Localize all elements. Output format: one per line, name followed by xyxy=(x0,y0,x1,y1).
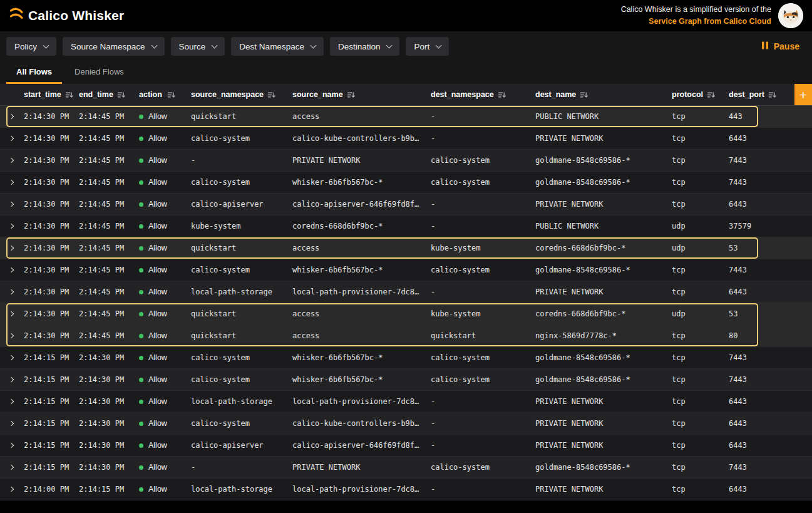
expand-cell[interactable] xyxy=(0,325,23,346)
sort-icon[interactable] xyxy=(65,91,73,99)
expand-cell[interactable] xyxy=(0,435,23,456)
chevron-right-icon[interactable] xyxy=(9,311,14,316)
tab-all-flows[interactable]: All Flows xyxy=(6,61,62,84)
expand-cell[interactable] xyxy=(0,369,23,390)
expand-cell[interactable] xyxy=(0,303,23,324)
chevron-right-icon[interactable] xyxy=(9,224,14,229)
cell-dest-port: 7443 xyxy=(727,457,789,478)
cell-dest-port: 443 xyxy=(727,106,789,127)
tab-denied-flows[interactable]: Denied Flows xyxy=(64,61,134,84)
table-row[interactable]: 2:14:15 PM 2:14:30 PM Allow calico-syste… xyxy=(0,347,812,369)
cell-end-time: 2:14:30 PM xyxy=(78,391,131,412)
filter-button-destination[interactable]: Destination xyxy=(330,37,400,56)
cell-dest-name: coredns-668d6bf9bc-* xyxy=(534,237,671,259)
expand-cell[interactable] xyxy=(0,150,23,171)
expand-cell[interactable] xyxy=(0,479,23,500)
table-row[interactable]: 2:14:15 PM 2:14:30 PM Allow calico-syste… xyxy=(0,369,812,391)
chevron-right-icon[interactable] xyxy=(9,487,14,492)
column-header-action[interactable]: action xyxy=(131,84,190,105)
service-graph-link[interactable]: Service Graph from Calico Cloud xyxy=(621,16,771,28)
sort-icon[interactable] xyxy=(768,91,776,99)
expand-cell[interactable] xyxy=(0,237,23,259)
chevron-right-icon[interactable] xyxy=(9,202,14,207)
chevron-right-icon[interactable] xyxy=(9,355,14,360)
sort-icon[interactable] xyxy=(347,91,355,99)
cell-source-name: access xyxy=(291,106,429,127)
chevron-right-icon[interactable] xyxy=(9,377,14,382)
table-row[interactable]: 2:14:15 PM 2:14:30 PM Allow local-path-s… xyxy=(0,391,812,413)
chevron-right-icon[interactable] xyxy=(9,333,14,338)
expand-cell[interactable] xyxy=(0,347,23,368)
sort-icon[interactable] xyxy=(580,91,588,99)
column-header-source_namespace[interactable]: source_namespace xyxy=(190,84,291,105)
expand-cell[interactable] xyxy=(0,194,23,215)
cell-end-time: 2:14:45 PM xyxy=(78,281,131,303)
sort-icon[interactable] xyxy=(707,91,715,99)
table-row[interactable]: 2:14:30 PM 2:14:45 PM Allow calico-syste… xyxy=(0,128,812,150)
table-row[interactable]: 2:14:30 PM 2:14:45 PM Allow calico-apise… xyxy=(0,194,812,215)
table-row[interactable]: 2:14:30 PM 2:14:45 PM Allow calico-syste… xyxy=(0,172,812,194)
column-header-dest_namespace[interactable]: dest_namespace xyxy=(429,84,534,105)
expand-cell[interactable] xyxy=(0,172,23,193)
cell-source-name: calico-kube-controllers-b9b… xyxy=(291,413,429,434)
chevron-right-icon[interactable] xyxy=(9,158,14,163)
table-row[interactable]: 2:14:15 PM 2:14:30 PM Allow - PRIVATE NE… xyxy=(0,457,812,479)
filter-button-dest-namespace[interactable]: Dest Namespace xyxy=(231,37,324,56)
expand-cell[interactable] xyxy=(0,413,23,434)
table-row[interactable]: 2:14:30 PM 2:14:45 PM Allow calico-syste… xyxy=(0,259,812,281)
cell-dest-port: 6443 xyxy=(727,128,789,149)
column-header-dest_name[interactable]: dest_name xyxy=(534,84,671,105)
chevron-right-icon[interactable] xyxy=(9,421,14,426)
chevron-right-icon[interactable] xyxy=(9,289,14,294)
add-filter-button[interactable]: + xyxy=(794,84,812,105)
table-row[interactable]: 2:14:30 PM 2:14:45 PM Allow local-path-s… xyxy=(0,281,812,303)
table-row[interactable]: 2:14:30 PM 2:14:45 PM Allow - PRIVATE NE… xyxy=(0,150,812,172)
filter-button-source-namespace[interactable]: Source Namespace xyxy=(63,37,165,56)
sort-icon[interactable] xyxy=(167,91,175,99)
table-row[interactable]: 2:14:00 PM 2:14:15 PM Allow local-path-s… xyxy=(0,479,812,500)
sort-icon[interactable] xyxy=(117,91,125,99)
table-row[interactable]: 2:14:30 PM 2:14:45 PM Allow quickstart a… xyxy=(0,325,812,347)
chevron-right-icon[interactable] xyxy=(9,443,14,448)
expand-cell[interactable] xyxy=(0,391,23,412)
filter-button-port[interactable]: Port xyxy=(406,37,449,56)
expand-cell[interactable] xyxy=(0,457,23,478)
cell-source-name: access xyxy=(291,303,429,324)
expand-cell[interactable] xyxy=(0,281,23,303)
chevron-right-icon[interactable] xyxy=(9,399,14,404)
chevron-right-icon[interactable] xyxy=(9,246,14,251)
table-row[interactable]: 2:14:15 PM 2:14:30 PM Allow calico-syste… xyxy=(0,413,812,435)
expand-cell[interactable] xyxy=(0,259,23,281)
chevron-right-icon[interactable] xyxy=(9,114,14,119)
filter-button-policy[interactable]: Policy xyxy=(6,37,56,56)
column-header-end_time[interactable]: end_time xyxy=(78,84,131,105)
cell-dest-namespace: - xyxy=(429,435,534,456)
cell-action: Allow xyxy=(131,172,190,193)
sort-icon[interactable] xyxy=(498,91,506,99)
table-row[interactable]: 2:14:30 PM 2:14:45 PM Allow kube-system … xyxy=(0,215,812,237)
pause-label: Pause xyxy=(774,41,799,51)
cell-source-namespace: local-path-storage xyxy=(190,391,291,412)
expand-cell[interactable] xyxy=(0,128,23,149)
cell-start-time: 2:14:30 PM xyxy=(23,150,78,171)
chevron-right-icon[interactable] xyxy=(9,267,14,272)
pause-button[interactable]: Pause xyxy=(761,41,806,51)
expand-cell[interactable] xyxy=(0,106,23,127)
table-row[interactable]: 2:14:30 PM 2:14:45 PM Allow quickstart a… xyxy=(0,303,812,325)
cell-protocol: tcp xyxy=(671,413,727,434)
column-header-source_name[interactable]: source_name xyxy=(291,84,429,105)
table-row[interactable]: 2:14:30 PM 2:14:45 PM Allow quickstart a… xyxy=(0,106,812,128)
sort-icon[interactable] xyxy=(267,91,275,99)
app-window: Calico Whisker Calico Whisker is a simpl… xyxy=(0,0,812,513)
chevron-right-icon[interactable] xyxy=(9,465,14,470)
table-row[interactable]: 2:14:30 PM 2:14:45 PM Allow quickstart a… xyxy=(0,237,812,259)
filter-button-source[interactable]: Source xyxy=(171,37,225,56)
column-header-protocol[interactable]: protocol xyxy=(671,84,727,105)
column-header-dest_port[interactable]: dest_port xyxy=(727,84,789,105)
chevron-right-icon[interactable] xyxy=(9,180,14,185)
cell-source-namespace: - xyxy=(190,457,291,478)
column-header-start_time[interactable]: start_time xyxy=(23,84,78,105)
chevron-right-icon[interactable] xyxy=(9,136,14,141)
table-row[interactable]: 2:14:15 PM 2:14:30 PM Allow calico-apise… xyxy=(0,435,812,457)
expand-cell[interactable] xyxy=(0,215,23,237)
